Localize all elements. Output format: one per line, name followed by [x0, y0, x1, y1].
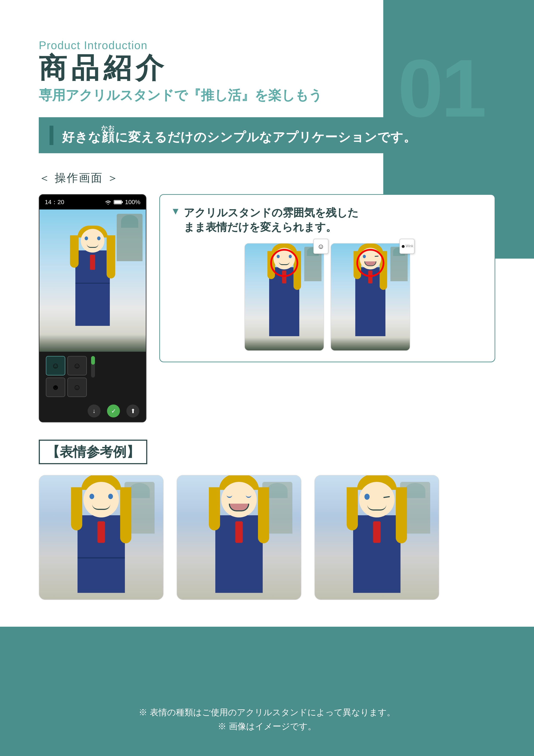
expr1-mouth: [92, 504, 111, 510]
expression-section-title: 【表情参考例】: [39, 440, 147, 464]
ops-title: ＜ 操作画面 ＞: [39, 171, 495, 186]
expr3-tie: [373, 521, 381, 543]
comparison-img-2: [331, 243, 410, 351]
comparison-images: ☺: [171, 243, 484, 351]
char-face: [81, 229, 104, 253]
comparison-img-2-wrapper: ☻ Wink: [331, 243, 410, 351]
highlight-bar-accent: [50, 126, 53, 145]
section-number: 01: [398, 47, 484, 129]
expr2-char: [202, 475, 276, 594]
expr3-hair-r: [396, 487, 407, 543]
expression-images: [39, 475, 495, 600]
expr1-char: [64, 475, 138, 594]
phone-bottom-controls: ☺ ☺ ☻ ☺ ↓ ✓ ⬆: [39, 352, 146, 422]
crowd-bg: [39, 335, 146, 352]
teal-panel-bottom: [0, 627, 534, 756]
emoji-btn-2[interactable]: ☺: [67, 356, 87, 375]
expr2-eye-l: [227, 495, 232, 498]
expr3-eye-l: [365, 494, 370, 500]
eye-left: [85, 236, 88, 240]
mouth: [87, 244, 98, 248]
expr1-tie: [97, 521, 105, 543]
expr1-eye-l: [89, 494, 94, 499]
phone-signal: 100%: [104, 199, 140, 205]
phone-time: 14：20: [45, 198, 64, 206]
comp2-red-circle: [356, 249, 384, 277]
expr1-face: [84, 482, 119, 517]
expr1-hair-r: [120, 487, 131, 543]
expr-img-2: [177, 475, 301, 600]
download-icon[interactable]: ↓: [88, 405, 101, 418]
banner-text: 好きな顔かおに変えるだけのシンプルなアプリケーションです。: [62, 125, 417, 146]
progress-fill: [91, 356, 95, 364]
comp1-crowd: [245, 338, 324, 350]
svg-rect-1: [122, 201, 123, 203]
expr1-body: [78, 515, 125, 593]
phone-status-bar: 14：20 100: [39, 195, 146, 209]
wifi-icon: [104, 199, 112, 205]
phone-character: [67, 227, 118, 352]
phone-image-area: [39, 209, 146, 352]
expr2-face: [221, 482, 257, 517]
desc-box: ▼ アクリルスタンドの雰囲気を残したまま表情だけを変えられます。: [159, 194, 495, 362]
ops-content: 14：20 100: [39, 194, 495, 422]
expression-section: 【表情参考例】: [39, 440, 495, 600]
skirt-line: [75, 283, 110, 284]
hair-right: [107, 235, 115, 279]
building-shape: [117, 214, 142, 261]
battery-percent: 100%: [125, 199, 140, 205]
char-body: [75, 251, 110, 326]
comparison-img-1: [244, 243, 324, 351]
phone-controls-row: ☺ ☺ ☻ ☺: [44, 356, 141, 402]
expr2-body: [215, 515, 263, 593]
share-icon[interactable]: ⬆: [126, 405, 139, 418]
expr3-char: [340, 475, 414, 594]
building-dome: [121, 215, 138, 228]
comparison-img-1-wrapper: ☺: [244, 243, 324, 351]
footer-notes: ※ 表情の種類はご使用のアクリルスタンドによって異なります。 ※ 画像はイメージ…: [0, 706, 534, 735]
desc-title: ▼ アクリルスタンドの雰囲気を残したまま表情だけを変えられます。: [171, 205, 484, 234]
comp2-emoji-overlay: ☻ Wink: [399, 239, 415, 254]
phone-mockup: 14：20 100: [39, 194, 146, 422]
expr3-hair-l: [347, 487, 358, 530]
footer-note-1: ※ 表情の種類はご使用のアクリルスタンドによって異なります。: [0, 706, 534, 718]
triangle-icon: ▼: [171, 205, 180, 217]
footer-note-2: ※ 画像はイメージです。: [0, 720, 534, 732]
expr3-mouth: [367, 504, 387, 511]
emoji-btn-3[interactable]: ☻: [46, 378, 65, 397]
expr2-eye-r: [246, 495, 251, 498]
comp1-red-circle: [270, 249, 298, 277]
progress-bar: [91, 356, 95, 378]
confirm-icon[interactable]: ✓: [107, 405, 120, 418]
expr1-eye-r: [108, 494, 113, 499]
hair-left: [70, 235, 79, 268]
bottom-actions: ↓ ✓ ⬆: [44, 402, 141, 418]
expr1-hair-l: [71, 487, 82, 530]
operations-section: ＜ 操作画面 ＞ 14：20: [39, 171, 495, 422]
expr3-face: [359, 482, 395, 517]
right-description: ▼ アクリルスタンドの雰囲気を残したまま表情だけを変えられます。: [159, 194, 495, 362]
expr1-skirt-line: [78, 557, 125, 558]
emoji-grid: ☺ ☺ ☻ ☺: [46, 356, 87, 397]
comp1-emoji-overlay: ☺: [313, 239, 328, 254]
expr-img-1: [39, 475, 164, 600]
eye-right: [97, 236, 101, 240]
emoji-btn-1[interactable]: ☺: [46, 356, 65, 375]
expr2-hair-l: [209, 487, 220, 530]
expr3-wink-eye: [383, 496, 390, 498]
expr2-tie: [235, 521, 243, 543]
header-section: Product Introduction 商品紹介 01 専用アクリルスタンドで…: [39, 39, 495, 104]
expr2-hair-r: [258, 487, 269, 543]
svg-rect-2: [114, 201, 121, 204]
ruby-wrapper: 顔かお: [101, 125, 115, 146]
char-tie: [90, 255, 95, 270]
expr-img-3: [314, 475, 439, 600]
expr3-body: [353, 515, 400, 593]
emoji-btn-4[interactable]: ☺: [67, 378, 87, 397]
comp2-crowd: [331, 338, 410, 350]
battery-icon: [114, 200, 123, 205]
desc-title-text: アクリルスタンドの雰囲気を残したまま表情だけを変えられます。: [184, 205, 359, 234]
expr2-mouth: [229, 504, 249, 511]
